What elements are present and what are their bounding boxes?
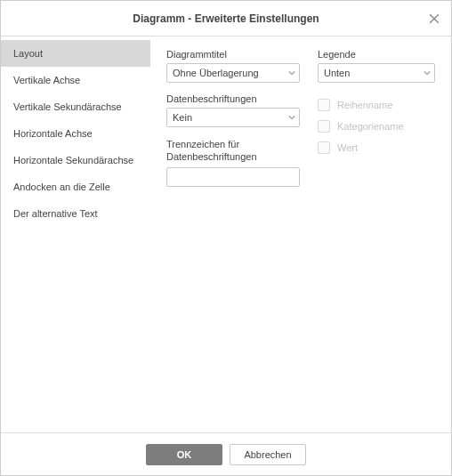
- input-separator[interactable]: [166, 167, 300, 187]
- sidebar: Layout Vertikale Achse Vertikale Sekundä…: [1, 36, 150, 432]
- chevron-down-icon: [288, 114, 295, 121]
- content-panel: Diagrammtitel Ohne Überlagerung Legende …: [150, 36, 451, 432]
- titlebar: Diagramm - Erweiterte Einstellungen: [1, 1, 451, 36]
- sidebar-item-label: Horizontale Sekundärachse: [13, 155, 133, 165]
- sidebar-item-label: Horizontale Achse: [13, 128, 93, 139]
- footer: OK Abbrechen: [1, 432, 451, 475]
- chevron-down-icon: [288, 69, 295, 77]
- sidebar-item-horizontal-axis[interactable]: Horizontale Achse: [1, 120, 150, 147]
- sidebar-item-label: Vertikale Achse: [13, 75, 80, 85]
- sidebar-item-horizontal-secondary-axis[interactable]: Horizontale Sekundärachse: [1, 147, 150, 173]
- check-label: Wert: [337, 142, 358, 153]
- sidebar-item-alt-text[interactable]: Der alternative Text: [1, 200, 150, 227]
- button-label: Abbrechen: [244, 449, 291, 460]
- select-legend[interactable]: Unten: [318, 63, 435, 83]
- ok-button[interactable]: OK: [146, 444, 222, 465]
- sidebar-item-label: Layout: [13, 48, 43, 59]
- label-separator: Trennzeichen für Datenbeschriftungen: [166, 138, 300, 164]
- sidebar-item-vertical-axis[interactable]: Vertikale Achse: [1, 67, 150, 93]
- checkbox: [318, 141, 330, 154]
- sidebar-item-label: Vertikale Sekundärachse: [13, 101, 122, 112]
- dialog: Diagramm - Erweiterte Einstellungen Layo…: [1, 1, 451, 475]
- label-legend: Legende: [318, 49, 435, 60]
- check-label: Kategoriename: [337, 121, 404, 132]
- check-label: Reihenname: [337, 100, 392, 110]
- select-data-labels[interactable]: Kein: [166, 108, 300, 127]
- check-series-name: Reihenname: [318, 99, 435, 111]
- select-value: Kein: [173, 112, 192, 123]
- data-label-options: Reihenname Kategoriename Wert: [318, 93, 435, 198]
- check-category-name: Kategoriename: [318, 120, 435, 133]
- checkbox: [318, 99, 330, 111]
- label-data-labels: Datenbeschriftungen: [166, 93, 300, 104]
- sidebar-item-layout[interactable]: Layout: [1, 40, 150, 67]
- checkbox: [318, 120, 330, 133]
- label-chart-title: Diagrammtitel: [166, 49, 300, 60]
- chevron-down-icon: [424, 69, 431, 77]
- field-legend: Legende Unten: [318, 49, 435, 83]
- check-value: Wert: [318, 141, 435, 154]
- select-value: Unten: [324, 68, 350, 78]
- select-chart-title[interactable]: Ohne Überlagerung: [166, 63, 300, 83]
- sidebar-item-label: Andocken an die Zelle: [13, 182, 110, 192]
- field-data-labels: Datenbeschriftungen Kein: [166, 93, 300, 127]
- cancel-button[interactable]: Abbrechen: [230, 444, 306, 465]
- field-chart-title: Diagrammtitel Ohne Überlagerung: [166, 49, 300, 83]
- sidebar-item-cell-snapping[interactable]: Andocken an die Zelle: [1, 173, 150, 200]
- select-value: Ohne Überlagerung: [173, 68, 259, 78]
- sidebar-item-vertical-secondary-axis[interactable]: Vertikale Sekundärachse: [1, 93, 150, 120]
- field-separator: Trennzeichen für Datenbeschriftungen: [166, 138, 300, 187]
- dialog-title: Diagramm - Erweiterte Einstellungen: [133, 12, 319, 25]
- sidebar-item-label: Der alternative Text: [13, 208, 98, 219]
- button-label: OK: [177, 449, 192, 460]
- close-icon[interactable]: [426, 11, 442, 27]
